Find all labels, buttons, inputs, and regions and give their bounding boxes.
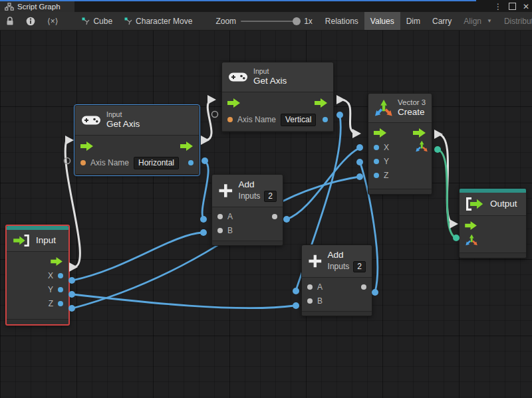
getaxis-h-control-out-port[interactable] — [201, 136, 209, 145]
vector3-z-port[interactable] — [356, 173, 363, 180]
node-category: Input — [106, 110, 140, 119]
zoom-slider[interactable] — [241, 21, 299, 22]
chevron-down-icon: ▼ — [487, 18, 492, 24]
add2-sum-port[interactable] — [372, 289, 378, 296]
port-z-input[interactable] — [374, 173, 379, 178]
port-x-input[interactable] — [374, 145, 379, 150]
port-y-input[interactable] — [374, 159, 379, 164]
node-title: Create — [398, 107, 426, 118]
node-title: Get Axis — [253, 76, 287, 87]
add2-a-port[interactable] — [293, 288, 299, 294]
script-graph-icon — [82, 17, 90, 25]
control-in-arrow-icon — [374, 128, 387, 138]
node-category: Input — [253, 67, 287, 76]
focused-window-accent-line — [0, 0, 476, 1]
tab-script-graph[interactable]: Script Graph — [0, 1, 74, 12]
axis-name-field[interactable]: Horizontal — [134, 157, 179, 169]
result-output-port[interactable] — [188, 160, 194, 165]
output-control-in-port[interactable] — [450, 219, 458, 229]
node-footer — [460, 252, 526, 258]
code-view-icon: ⟨×⟩ — [47, 17, 58, 26]
dropdown-label: Align — [464, 17, 481, 26]
axis-name-input-port[interactable] — [80, 160, 86, 165]
getaxis-v-control-in-port[interactable] — [207, 95, 216, 104]
graph-breadcrumb-cube[interactable]: Cube — [76, 12, 118, 30]
inputs-count-field[interactable]: 2 — [353, 261, 366, 272]
relations-toggle[interactable]: Relations — [319, 12, 364, 30]
vector3-output-port-icon[interactable] — [415, 140, 428, 153]
node-vector3-create[interactable]: Vector 3 Create X Y Z — [368, 93, 432, 195]
vector3-y-port[interactable] — [356, 159, 363, 165]
vector3-icon — [374, 99, 392, 118]
vector3-x-port[interactable] — [356, 144, 363, 151]
axis-name-input-port[interactable] — [227, 117, 233, 122]
sum-output-port[interactable] — [272, 214, 277, 219]
graph-canvas[interactable]: Input X Y Z — [0, 30, 532, 398]
wire-y-to-add2-b — [72, 294, 295, 308]
add2-b-port[interactable] — [293, 302, 299, 309]
port-x-output[interactable] — [58, 273, 63, 278]
control-out-arrow-icon — [413, 128, 426, 138]
getaxis-h-result-port[interactable] — [201, 157, 208, 164]
values-toggle[interactable]: Values — [364, 12, 400, 30]
wire-getaxis-horizontal-to-vertical — [206, 100, 211, 140]
getaxis-v-control-out-port[interactable] — [336, 95, 345, 104]
distribute-dropdown[interactable]: Distribute ▼ — [498, 12, 532, 30]
port-b-input[interactable] — [217, 228, 223, 233]
lock-icon — [6, 17, 14, 26]
port-b-input[interactable] — [307, 298, 313, 304]
port-label-a: A — [317, 282, 323, 292]
getaxis-h-control-in-port[interactable] — [65, 136, 74, 145]
add1-a-port[interactable] — [200, 216, 207, 223]
add1-b-port[interactable] — [200, 229, 207, 236]
inputs-count-field[interactable]: 2 — [264, 191, 277, 202]
node-output-event[interactable]: Output — [459, 188, 527, 258]
wire-getaxis-vertical-to-vector3 — [341, 100, 356, 134]
node-title: Add — [328, 250, 366, 261]
kebab-menu-icon[interactable]: ⋮ — [494, 3, 502, 11]
port-a-input[interactable] — [307, 284, 313, 290]
axis-name-field[interactable]: Vertical — [281, 114, 316, 126]
node-footer — [212, 241, 283, 245]
node-get-axis-vertical[interactable]: Input Get Axis Axis Name Vertical — [221, 62, 334, 132]
code-view-button[interactable]: ⟨×⟩ — [41, 12, 64, 30]
port-label-y: Y — [384, 157, 389, 166]
result-output-port[interactable] — [323, 117, 328, 122]
maximize-icon[interactable] — [509, 3, 516, 10]
port-label-a: A — [227, 212, 233, 221]
getaxis-v-result-port[interactable] — [336, 112, 343, 118]
getaxis-v-axisname-unconnected-port[interactable] — [212, 112, 218, 118]
carry-toggle[interactable]: Carry — [426, 12, 458, 30]
node-input-event[interactable]: Input X Y Z — [5, 225, 70, 326]
getaxis-h-axisname-unconnected-port[interactable] — [65, 158, 70, 164]
sum-output-port[interactable] — [361, 284, 366, 290]
wire-vector3-result-to-output — [439, 150, 456, 238]
add-icon — [218, 181, 233, 200]
window-controls: ⋮ ✕ — [494, 1, 529, 11]
vector3-result-port[interactable] — [434, 146, 441, 153]
lock-button[interactable] — [0, 12, 20, 30]
align-dropdown[interactable]: Align ▼ — [458, 12, 498, 30]
vector3-input-port-icon[interactable] — [465, 234, 477, 247]
graph-breadcrumb-character-move[interactable]: Character Move — [118, 12, 198, 30]
input-control-out-port[interactable] — [69, 262, 78, 272]
port-a-input[interactable] — [217, 214, 223, 219]
zoom-slider-handle[interactable] — [293, 17, 301, 25]
dim-toggle[interactable]: Dim — [400, 12, 426, 30]
node-add-1[interactable]: Add Inputs 2 A B — [211, 174, 283, 246]
zoom-label: Zoom — [215, 17, 236, 26]
close-icon[interactable]: ✕ — [523, 3, 529, 11]
port-y-output[interactable] — [58, 287, 63, 292]
graph-toolbar: ⟨×⟩ Cube Character Move Zoom 1x Relation… — [0, 12, 532, 31]
control-in-arrow-icon — [80, 142, 94, 151]
port-z-output[interactable] — [58, 301, 63, 306]
vector3-control-in-port[interactable] — [352, 129, 361, 138]
info-icon — [26, 17, 35, 26]
control-out-arrow-icon — [180, 142, 194, 151]
wire-vector3-to-output-control — [438, 134, 454, 224]
node-get-axis-horizontal[interactable]: Input Get Axis Axis Name Horizontal — [74, 105, 200, 175]
node-add-2[interactable]: Add Inputs 2 A B — [301, 245, 372, 316]
add1-sum-port[interactable] — [283, 216, 290, 223]
vector3-control-out-port[interactable] — [434, 130, 443, 139]
info-button[interactable] — [20, 12, 41, 30]
